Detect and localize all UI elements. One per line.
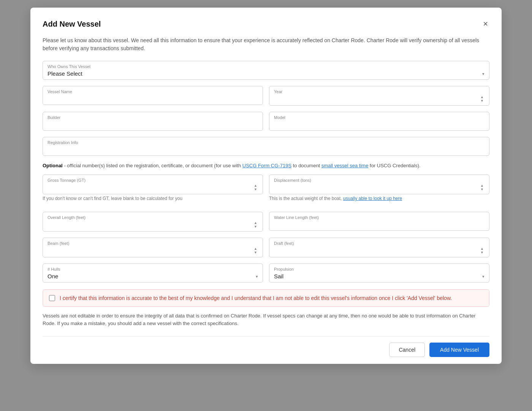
vessel-year-row: Vessel Name Year ▲ ▼ (43, 86, 489, 106)
disp-up-icon: ▲ (480, 184, 484, 187)
model-input[interactable] (274, 121, 484, 128)
builder-label: Builder (48, 115, 258, 120)
modal-footer: Cancel Add New Vessel (43, 336, 489, 364)
vessel-name-col: Vessel Name (43, 86, 263, 106)
certify-checkbox[interactable] (49, 295, 55, 301)
displacement-input[interactable] (274, 185, 478, 191)
hulls-select[interactable]: One Two Three (48, 273, 258, 279)
waterline-label: Water Line Length (feet) (274, 215, 484, 220)
year-input[interactable] (274, 96, 478, 102)
builder-input[interactable] (48, 121, 258, 128)
draft-decrement-button[interactable]: ▼ (480, 251, 484, 255)
draft-spinner: ▲ ▼ (274, 247, 484, 255)
spinner-up-icon: ▲ (480, 95, 484, 99)
gross-tonnage-label: Gross Tonnage (GT) (48, 178, 258, 182)
vessel-name-field: Vessel Name (43, 86, 263, 105)
registration-hint-part3: for USCG Credentials). (370, 163, 421, 168)
ol-spinner-btns: ▲ ▼ (253, 221, 258, 229)
year-label: Year (274, 89, 484, 94)
draft-label: Draft (feet) (274, 241, 484, 246)
who-owns-field: Who Owns This Vessel Please Select ▾ (43, 61, 489, 80)
sea-time-link[interactable]: small vessel sea time (321, 163, 369, 168)
registration-field-group: Registration Info (43, 137, 489, 156)
hulls-propulsion-row: # Hulls One Two Three ▾ Propulsion (43, 263, 489, 282)
propulsion-select[interactable]: Sail Power Human (274, 273, 484, 279)
displacement-hint: This is the actual weight of the boat, u… (269, 196, 489, 201)
beam-down-icon: ▼ (254, 251, 257, 254)
vessel-name-label: Vessel Name (48, 89, 258, 94)
hulls-select-wrapper: One Two Three ▾ (48, 273, 258, 280)
registration-hint-text: Optional - official number(s) listed on … (43, 162, 489, 170)
builder-field: Builder (43, 112, 263, 131)
year-spinner: ▲ ▼ (274, 95, 484, 103)
year-decrement-button[interactable]: ▼ (480, 99, 484, 103)
overall-length-spinner: ▲ ▼ (48, 221, 258, 229)
disp-down-icon: ▼ (480, 187, 484, 191)
draft-input[interactable] (274, 248, 478, 254)
beam-decrement-button[interactable]: ▼ (253, 251, 258, 255)
modal-overlay: Add New Vessel × Please let us know abou… (0, 0, 532, 411)
hulls-field: # Hulls One Two Three ▾ (43, 263, 263, 282)
modal-title: Add New Vessel (43, 20, 101, 29)
propulsion-col: Propulsion Sail Power Human ▾ (269, 263, 489, 282)
ol-up-icon: ▲ (254, 221, 257, 225)
draft-down-icon: ▼ (480, 251, 484, 254)
waterline-field: Water Line Length (feet) (269, 212, 489, 231)
certify-label[interactable]: I certify that this information is accur… (60, 295, 452, 301)
gross-tonnage-input[interactable] (48, 185, 252, 191)
optional-bold: Optional (43, 163, 63, 168)
beam-input[interactable] (48, 248, 252, 254)
gross-tonnage-spinner: ▲ ▼ (48, 184, 258, 192)
ol-down-icon: ▼ (254, 225, 257, 229)
model-col: Model (269, 112, 489, 131)
overall-length-col: Overall Length (feet) ▲ ▼ (43, 212, 263, 232)
registration-input[interactable] (48, 146, 484, 153)
who-owns-select[interactable]: Please Select (48, 70, 484, 77)
displacement-lookup-link[interactable]: usually able to look it up here (343, 196, 402, 201)
draft-spinner-btns: ▲ ▼ (480, 247, 484, 255)
year-field: Year ▲ ▼ (269, 86, 489, 106)
beam-spinner-btns: ▲ ▼ (253, 247, 258, 255)
close-button[interactable]: × (481, 18, 489, 30)
spinner-down-icon: ▼ (480, 99, 484, 103)
overall-length-field: Overall Length (feet) ▲ ▼ (43, 212, 263, 232)
draft-col: Draft (feet) ▲ ▼ (269, 238, 489, 257)
waterline-input[interactable] (274, 221, 484, 228)
beam-field: Beam (feet) ▲ ▼ (43, 238, 263, 257)
beam-up-icon: ▲ (254, 247, 257, 251)
waterline-col: Water Line Length (feet) (269, 212, 489, 232)
displacement-label: Displacement (tons) (274, 178, 484, 182)
add-vessel-button[interactable]: Add New Vessel (429, 343, 489, 357)
vessel-name-input[interactable] (48, 95, 258, 102)
hulls-label: # Hulls (48, 267, 258, 271)
gross-tonnage-field: Gross Tonnage (GT) ▲ ▼ (43, 175, 263, 194)
displacement-field: Displacement (tons) ▲ ▼ (269, 175, 489, 194)
beam-draft-row: Beam (feet) ▲ ▼ (43, 238, 489, 257)
length-row: Overall Length (feet) ▲ ▼ (43, 212, 489, 232)
overall-length-label: Overall Length (feet) (48, 215, 258, 220)
registration-label: Registration Info (48, 140, 484, 145)
overall-length-input[interactable] (48, 222, 252, 228)
gross-tonnage-col: Gross Tonnage (GT) ▲ ▼ If you (43, 175, 263, 206)
propulsion-select-wrapper: Sail Power Human ▾ (274, 273, 484, 280)
displacement-spinner: ▲ ▼ (274, 184, 484, 192)
uscg-form-link[interactable]: USCG Form CG-719S (242, 163, 291, 168)
registration-hint-part1: - official number(s) listed on the regis… (64, 163, 242, 168)
propulsion-label: Propulsion (274, 267, 484, 271)
who-owns-label: Who Owns This Vessel (48, 64, 484, 69)
model-label: Model (274, 115, 484, 120)
ol-decrement-button[interactable]: ▼ (253, 225, 258, 229)
gt-decrement-button[interactable]: ▼ (253, 188, 258, 192)
cancel-button[interactable]: Cancel (389, 343, 425, 357)
disp-decrement-button[interactable]: ▼ (480, 188, 484, 192)
builder-model-row: Builder Model (43, 112, 489, 131)
displacement-col: Displacement (tons) ▲ ▼ (269, 175, 489, 206)
propulsion-field: Propulsion Sail Power Human ▾ (269, 263, 489, 282)
vessels-info-text: Vessels are not editable in order to ens… (43, 312, 489, 328)
draft-field: Draft (feet) ▲ ▼ (269, 238, 489, 257)
who-owns-select-wrapper: Please Select ▾ (48, 70, 484, 77)
gt-up-icon: ▲ (254, 184, 257, 187)
year-spinner-btns: ▲ ▼ (480, 95, 484, 103)
builder-col: Builder (43, 112, 263, 131)
registration-hint-part2: to document (293, 163, 321, 168)
